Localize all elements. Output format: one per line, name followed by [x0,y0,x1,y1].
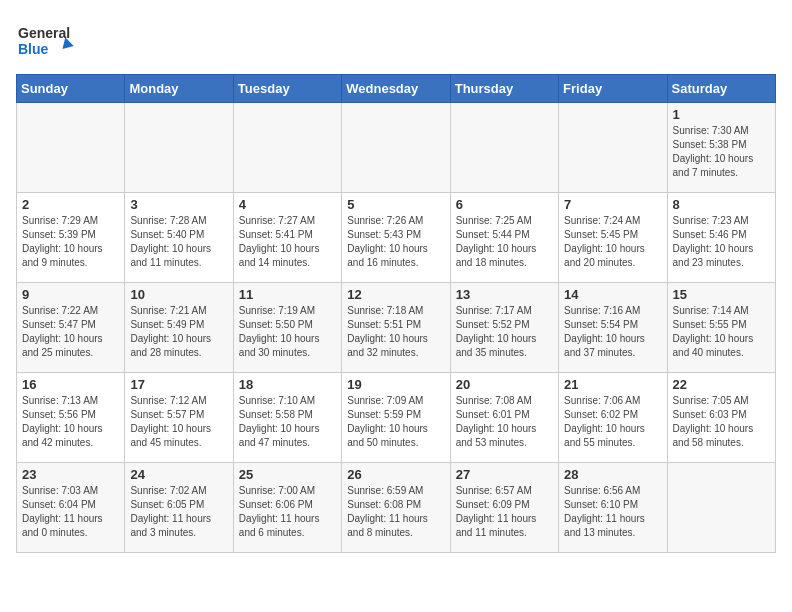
calendar-cell: 14Sunrise: 7:16 AM Sunset: 5:54 PM Dayli… [559,283,667,373]
day-number: 28 [564,467,661,482]
day-number: 27 [456,467,553,482]
day-number: 24 [130,467,227,482]
header-sunday: Sunday [17,75,125,103]
calendar-week-row: 23Sunrise: 7:03 AM Sunset: 6:04 PM Dayli… [17,463,776,553]
day-number: 8 [673,197,770,212]
calendar-cell: 6Sunrise: 7:25 AM Sunset: 5:44 PM Daylig… [450,193,558,283]
header-friday: Friday [559,75,667,103]
day-number: 4 [239,197,336,212]
calendar-cell [342,103,450,193]
calendar-cell: 22Sunrise: 7:05 AM Sunset: 6:03 PM Dayli… [667,373,775,463]
day-number: 20 [456,377,553,392]
calendar-cell: 26Sunrise: 6:59 AM Sunset: 6:08 PM Dayli… [342,463,450,553]
calendar-cell: 25Sunrise: 7:00 AM Sunset: 6:06 PM Dayli… [233,463,341,553]
calendar-cell: 1Sunrise: 7:30 AM Sunset: 5:38 PM Daylig… [667,103,775,193]
day-info: Sunrise: 7:08 AM Sunset: 6:01 PM Dayligh… [456,394,553,450]
calendar-header-row: SundayMondayTuesdayWednesdayThursdayFrid… [17,75,776,103]
calendar-cell: 8Sunrise: 7:23 AM Sunset: 5:46 PM Daylig… [667,193,775,283]
day-info: Sunrise: 7:25 AM Sunset: 5:44 PM Dayligh… [456,214,553,270]
day-number: 16 [22,377,119,392]
calendar-cell: 15Sunrise: 7:14 AM Sunset: 5:55 PM Dayli… [667,283,775,373]
calendar-cell [17,103,125,193]
calendar-week-row: 2Sunrise: 7:29 AM Sunset: 5:39 PM Daylig… [17,193,776,283]
day-number: 14 [564,287,661,302]
day-number: 3 [130,197,227,212]
day-number: 11 [239,287,336,302]
calendar-week-row: 9Sunrise: 7:22 AM Sunset: 5:47 PM Daylig… [17,283,776,373]
day-number: 17 [130,377,227,392]
day-info: Sunrise: 7:21 AM Sunset: 5:49 PM Dayligh… [130,304,227,360]
calendar-cell: 19Sunrise: 7:09 AM Sunset: 5:59 PM Dayli… [342,373,450,463]
calendar-cell: 28Sunrise: 6:56 AM Sunset: 6:10 PM Dayli… [559,463,667,553]
day-info: Sunrise: 6:59 AM Sunset: 6:08 PM Dayligh… [347,484,444,540]
day-info: Sunrise: 6:57 AM Sunset: 6:09 PM Dayligh… [456,484,553,540]
calendar-cell: 5Sunrise: 7:26 AM Sunset: 5:43 PM Daylig… [342,193,450,283]
day-info: Sunrise: 7:22 AM Sunset: 5:47 PM Dayligh… [22,304,119,360]
day-info: Sunrise: 6:56 AM Sunset: 6:10 PM Dayligh… [564,484,661,540]
day-info: Sunrise: 7:02 AM Sunset: 6:05 PM Dayligh… [130,484,227,540]
calendar-cell: 2Sunrise: 7:29 AM Sunset: 5:39 PM Daylig… [17,193,125,283]
day-info: Sunrise: 7:29 AM Sunset: 5:39 PM Dayligh… [22,214,119,270]
day-info: Sunrise: 7:03 AM Sunset: 6:04 PM Dayligh… [22,484,119,540]
day-number: 22 [673,377,770,392]
day-info: Sunrise: 7:06 AM Sunset: 6:02 PM Dayligh… [564,394,661,450]
calendar-cell: 27Sunrise: 6:57 AM Sunset: 6:09 PM Dayli… [450,463,558,553]
day-number: 15 [673,287,770,302]
day-info: Sunrise: 7:09 AM Sunset: 5:59 PM Dayligh… [347,394,444,450]
calendar-week-row: 1Sunrise: 7:30 AM Sunset: 5:38 PM Daylig… [17,103,776,193]
day-info: Sunrise: 7:24 AM Sunset: 5:45 PM Dayligh… [564,214,661,270]
calendar-cell [450,103,558,193]
calendar-cell [559,103,667,193]
day-info: Sunrise: 7:05 AM Sunset: 6:03 PM Dayligh… [673,394,770,450]
day-number: 2 [22,197,119,212]
day-info: Sunrise: 7:26 AM Sunset: 5:43 PM Dayligh… [347,214,444,270]
day-number: 25 [239,467,336,482]
day-number: 6 [456,197,553,212]
day-number: 10 [130,287,227,302]
day-number: 18 [239,377,336,392]
day-number: 5 [347,197,444,212]
calendar-cell: 11Sunrise: 7:19 AM Sunset: 5:50 PM Dayli… [233,283,341,373]
day-info: Sunrise: 7:28 AM Sunset: 5:40 PM Dayligh… [130,214,227,270]
day-number: 9 [22,287,119,302]
day-number: 12 [347,287,444,302]
calendar-cell: 7Sunrise: 7:24 AM Sunset: 5:45 PM Daylig… [559,193,667,283]
day-number: 19 [347,377,444,392]
day-info: Sunrise: 7:27 AM Sunset: 5:41 PM Dayligh… [239,214,336,270]
calendar-cell: 24Sunrise: 7:02 AM Sunset: 6:05 PM Dayli… [125,463,233,553]
day-info: Sunrise: 7:10 AM Sunset: 5:58 PM Dayligh… [239,394,336,450]
calendar-cell [233,103,341,193]
svg-text:General: General [18,25,70,41]
calendar-cell: 23Sunrise: 7:03 AM Sunset: 6:04 PM Dayli… [17,463,125,553]
day-info: Sunrise: 7:13 AM Sunset: 5:56 PM Dayligh… [22,394,119,450]
day-info: Sunrise: 7:17 AM Sunset: 5:52 PM Dayligh… [456,304,553,360]
day-info: Sunrise: 7:16 AM Sunset: 5:54 PM Dayligh… [564,304,661,360]
calendar-cell [667,463,775,553]
day-number: 1 [673,107,770,122]
calendar-cell: 13Sunrise: 7:17 AM Sunset: 5:52 PM Dayli… [450,283,558,373]
calendar-cell: 18Sunrise: 7:10 AM Sunset: 5:58 PM Dayli… [233,373,341,463]
day-number: 7 [564,197,661,212]
day-info: Sunrise: 7:18 AM Sunset: 5:51 PM Dayligh… [347,304,444,360]
day-info: Sunrise: 7:14 AM Sunset: 5:55 PM Dayligh… [673,304,770,360]
calendar-cell [125,103,233,193]
header-thursday: Thursday [450,75,558,103]
header-tuesday: Tuesday [233,75,341,103]
svg-text:Blue: Blue [18,41,49,57]
day-info: Sunrise: 7:23 AM Sunset: 5:46 PM Dayligh… [673,214,770,270]
day-info: Sunrise: 7:19 AM Sunset: 5:50 PM Dayligh… [239,304,336,360]
day-number: 23 [22,467,119,482]
calendar-cell: 12Sunrise: 7:18 AM Sunset: 5:51 PM Dayli… [342,283,450,373]
calendar-cell: 10Sunrise: 7:21 AM Sunset: 5:49 PM Dayli… [125,283,233,373]
day-info: Sunrise: 7:12 AM Sunset: 5:57 PM Dayligh… [130,394,227,450]
logo-icon: General Blue [16,16,76,66]
day-info: Sunrise: 7:30 AM Sunset: 5:38 PM Dayligh… [673,124,770,180]
calendar-cell: 9Sunrise: 7:22 AM Sunset: 5:47 PM Daylig… [17,283,125,373]
calendar-cell: 21Sunrise: 7:06 AM Sunset: 6:02 PM Dayli… [559,373,667,463]
day-number: 13 [456,287,553,302]
calendar-cell: 20Sunrise: 7:08 AM Sunset: 6:01 PM Dayli… [450,373,558,463]
calendar-week-row: 16Sunrise: 7:13 AM Sunset: 5:56 PM Dayli… [17,373,776,463]
header-wednesday: Wednesday [342,75,450,103]
calendar-cell: 4Sunrise: 7:27 AM Sunset: 5:41 PM Daylig… [233,193,341,283]
calendar-cell: 16Sunrise: 7:13 AM Sunset: 5:56 PM Dayli… [17,373,125,463]
